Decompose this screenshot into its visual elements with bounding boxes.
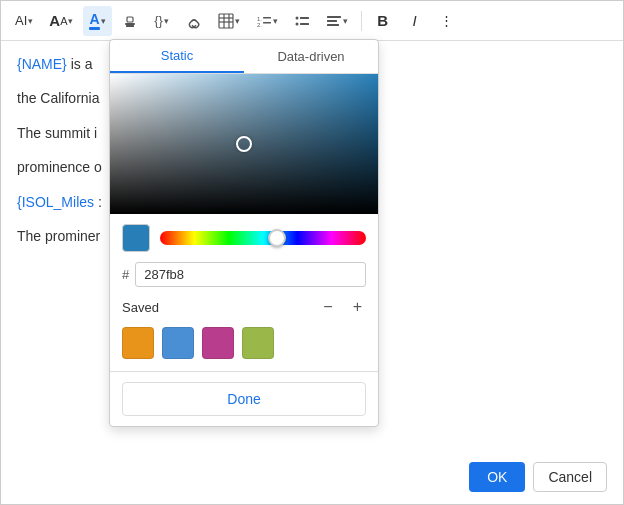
font-color-underline [89,27,99,30]
font-color-button[interactable]: A ▾ [83,6,111,36]
table-icon [218,13,234,29]
link-button[interactable] [180,6,208,36]
hex-label: # [122,267,129,282]
remove-saved-button[interactable]: − [319,299,336,315]
tab-static[interactable]: Static [110,40,244,73]
gradient-thumb[interactable] [236,136,252,152]
font-size-label: A [49,12,60,29]
color-preview-swatch [122,224,150,252]
more-button[interactable]: ⋮ [433,6,461,36]
svg-rect-11 [263,22,271,24]
hue-slider[interactable] [160,231,366,245]
isol-tag: {ISOL_Miles [17,194,94,210]
svg-rect-17 [327,20,337,22]
ordered-list-icon: 1. 2. [256,13,272,29]
swatch-green[interactable] [242,327,274,359]
link-icon [186,13,202,29]
hue-thumb[interactable] [268,229,286,247]
ai-button[interactable]: AI ▾ [9,6,39,36]
code-chevron-icon: ▾ [164,16,169,26]
toolbar-divider [361,11,362,31]
svg-text:2.: 2. [257,22,262,28]
para3-text: The summit i [17,125,97,141]
picker-tabs: Static Data-driven [110,40,378,74]
align-icon [326,13,342,29]
list-unordered-button[interactable] [288,6,316,36]
svg-rect-1 [127,17,133,22]
font-color-indicator: A [89,11,99,30]
swatch-magenta[interactable] [202,327,234,359]
italic-button[interactable]: I [401,6,429,36]
ai-label: AI [15,13,27,28]
para6-text: The prominer [17,228,100,244]
hex-input[interactable] [135,262,366,287]
saved-row: Saved − + [110,295,378,323]
svg-point-13 [295,22,298,25]
font-size-chevron-icon: ▾ [68,16,73,26]
hue-slider-container [160,231,366,245]
italic-label: I [413,12,417,29]
table-button[interactable]: ▾ [212,6,246,36]
para2-text: the California [17,90,100,106]
editor-footer: OK Cancel [469,462,607,492]
color-gradient[interactable] [110,74,378,214]
stamp-button[interactable] [116,6,144,36]
add-saved-button[interactable]: + [349,299,366,315]
ok-button[interactable]: OK [469,462,525,492]
svg-rect-15 [300,23,309,25]
swatches-row [110,323,378,371]
align-chevron-icon: ▾ [343,16,348,26]
swatch-blue[interactable] [162,327,194,359]
svg-rect-3 [219,14,233,28]
swatch-orange[interactable] [122,327,154,359]
toolbar: AI ▾ A A ▾ A ▾ {} ▾ [1,1,623,41]
stamp-icon [122,13,138,29]
more-icon: ⋮ [440,13,453,28]
font-size-small-icon: A [60,15,67,27]
bold-label: B [377,12,388,29]
hue-row [110,214,378,258]
unordered-list-icon [294,13,310,29]
align-button[interactable]: ▾ [320,6,354,36]
saved-actions: − + [319,299,366,315]
font-size-button[interactable]: A A ▾ [43,6,79,36]
done-button[interactable]: Done [122,382,366,416]
svg-rect-18 [327,24,339,26]
table-chevron-icon: ▾ [235,16,240,26]
svg-rect-10 [263,17,271,19]
done-row: Done [110,371,378,426]
bold-button[interactable]: B [369,6,397,36]
ai-chevron-icon: ▾ [28,16,33,26]
svg-rect-16 [327,16,341,18]
font-color-chevron-icon: ▾ [101,16,106,26]
cancel-button[interactable]: Cancel [533,462,607,492]
hex-row: # [110,258,378,295]
font-color-letter: A [89,11,99,27]
saved-label: Saved [122,300,319,315]
color-picker-popup: Static Data-driven # Saved − + [109,39,379,427]
para4-text: prominence o [17,159,102,175]
code-icon: {} [154,13,163,28]
editor-container: AI ▾ A A ▾ A ▾ {} ▾ [0,0,624,505]
para1-text: is a [71,56,93,72]
svg-rect-2 [126,25,134,27]
code-button[interactable]: {} ▾ [148,6,176,36]
list-ordered-button[interactable]: 1. 2. ▾ [250,6,284,36]
svg-point-12 [295,16,298,19]
name-tag: {NAME} [17,56,67,72]
svg-rect-14 [300,17,309,19]
svg-rect-0 [125,23,135,25]
para5-text: : [98,194,102,210]
list-chevron-icon: ▾ [273,16,278,26]
tab-data-driven[interactable]: Data-driven [244,40,378,73]
